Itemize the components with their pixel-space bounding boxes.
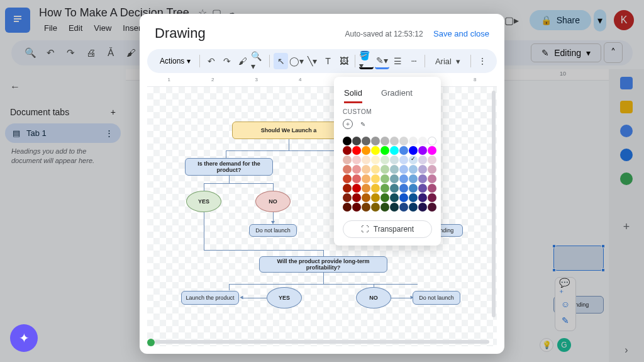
color-swatch[interactable] [352,184,361,193]
color-swatch[interactable] [362,193,370,202]
color-swatch[interactable] [371,137,380,145]
color-swatch[interactable] [428,174,436,183]
color-swatch[interactable] [399,174,408,183]
color-swatch[interactable] [362,146,370,155]
color-swatch[interactable] [390,156,399,164]
color-swatch[interactable] [418,156,427,164]
color-swatch[interactable] [409,137,418,145]
color-swatch[interactable] [352,174,361,183]
color-swatch[interactable] [418,165,427,174]
color-swatch[interactable] [409,203,418,212]
shape-donotlaunch-1[interactable]: Do not launch [249,224,297,237]
font-select[interactable]: Arial ▾ [429,54,467,69]
zoom-icon[interactable]: 🔍▾ [251,53,265,69]
color-swatch[interactable] [409,146,418,155]
color-swatch[interactable] [380,184,389,193]
color-swatch[interactable] [362,156,370,164]
undo-icon[interactable]: ↶ [204,53,218,69]
color-swatch[interactable] [418,174,427,183]
color-swatch[interactable] [380,193,389,202]
canvas-resize-handle[interactable] [147,339,155,346]
save-and-close-button[interactable]: Save and close [433,29,489,38]
color-swatch[interactable] [428,193,436,202]
shape-yes-2[interactable]: YES [267,287,302,308]
shape-tool-icon[interactable]: ◯▾ [289,53,304,69]
shape-root[interactable]: Should We Launch a [232,122,345,139]
color-swatch[interactable] [399,156,408,164]
drawing-canvas[interactable]: Should We Launch a Is there demand for t… [147,87,497,346]
color-swatch[interactable] [399,146,408,155]
color-swatch[interactable] [352,137,361,145]
shape-profitability[interactable]: Will the product provide long-term profi… [259,256,387,273]
color-swatch[interactable] [343,165,352,174]
color-swatch[interactable] [343,156,352,164]
shape-donotlaunch-2[interactable]: Do not launch [413,291,460,305]
color-swatch[interactable] [428,146,436,155]
image-tool-icon[interactable]: 🖼 [336,53,351,69]
color-swatch[interactable] [390,146,399,155]
line-tool-icon[interactable]: ╲▾ [305,53,319,69]
color-swatch[interactable] [418,193,427,202]
color-swatch[interactable] [428,165,436,174]
border-dash-icon[interactable]: ┄ [406,53,421,69]
color-swatch[interactable] [380,146,389,155]
shape-demand[interactable]: Is there demand for the product? [185,158,273,176]
color-swatch[interactable] [380,137,389,145]
color-swatch[interactable] [418,184,427,193]
color-swatch[interactable] [390,137,399,145]
color-swatch[interactable] [352,165,361,174]
color-swatch[interactable] [409,184,418,193]
color-swatch[interactable] [371,165,380,174]
canvas-scrollbar[interactable] [492,91,496,317]
color-swatch[interactable] [362,137,370,145]
color-swatch[interactable] [352,193,361,202]
more-options-icon[interactable]: ⋮ [475,53,489,69]
border-color-icon[interactable]: ✎▾ [375,53,389,69]
shape-yes-1[interactable]: YES [186,191,221,212]
color-swatch[interactable] [352,203,361,212]
color-swatch[interactable] [428,156,436,164]
color-swatch[interactable] [390,203,399,212]
color-swatch[interactable] [428,137,436,145]
paint-format-icon[interactable]: 🖌 [235,53,250,69]
color-swatch[interactable] [399,184,408,193]
color-swatch[interactable] [371,156,380,164]
color-swatch[interactable] [409,193,418,202]
shape-no-1[interactable]: NO [255,191,291,212]
color-swatch[interactable] [362,184,370,193]
ai-fab-button[interactable]: ✦ [10,324,38,352]
color-swatch[interactable] [343,174,352,183]
color-swatch[interactable] [352,146,361,155]
color-swatch[interactable] [371,174,380,183]
color-swatch[interactable] [390,174,399,183]
shape-no-2[interactable]: NO [356,287,391,308]
color-swatch[interactable] [380,156,389,164]
color-swatch[interactable] [343,146,352,155]
color-swatch[interactable] [418,203,427,212]
color-swatch[interactable] [343,203,352,212]
color-swatch[interactable] [428,184,436,193]
color-swatch[interactable] [399,193,408,202]
color-swatch[interactable] [343,137,352,145]
fill-color-icon[interactable]: 🪣▾ [359,53,374,69]
color-swatch[interactable] [380,165,389,174]
shape-launch[interactable]: Launch the product [181,291,239,305]
color-swatch[interactable] [343,193,352,202]
color-swatch[interactable] [380,174,389,183]
color-swatch[interactable] [362,203,370,212]
color-swatch[interactable] [399,165,408,174]
color-swatch[interactable] [371,203,380,212]
color-swatch[interactable] [399,203,408,212]
add-custom-color-icon[interactable]: ＋ [343,119,353,129]
color-swatch[interactable] [343,184,352,193]
color-swatch[interactable] [390,184,399,193]
eyedropper-icon[interactable]: ✎ [358,119,368,129]
tab-solid[interactable]: Solid [344,84,362,103]
tab-gradient[interactable]: Gradient [381,84,413,103]
color-swatch[interactable] [409,174,418,183]
color-swatch[interactable] [390,165,399,174]
color-swatch[interactable] [390,193,399,202]
color-swatch[interactable] [399,137,408,145]
select-tool-icon[interactable]: ↖ [274,53,288,69]
color-swatch[interactable] [371,146,380,155]
